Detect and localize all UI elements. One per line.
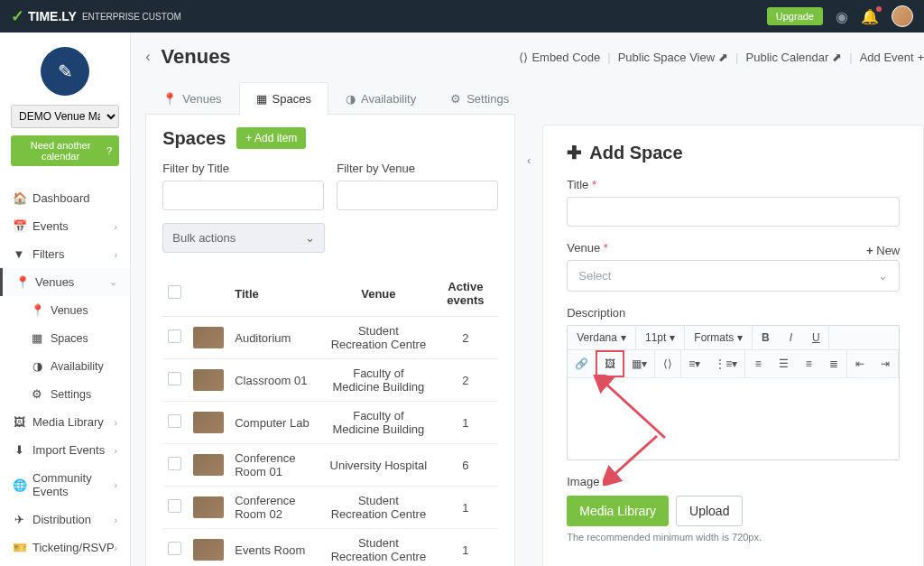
chevron-down-icon: ⌄	[109, 276, 117, 288]
code-icon: ⟨⟩	[519, 51, 528, 64]
bell-icon[interactable]: 🔔	[861, 8, 879, 25]
outdent-button[interactable]: ⇤	[847, 352, 873, 376]
col-active[interactable]: Active events	[432, 271, 498, 317]
brand-name: TIME.LY	[28, 9, 77, 23]
formats-select[interactable]: Formats ▾	[685, 326, 752, 349]
table-row[interactable]: Conference Room 01 University Hospital 6	[162, 444, 498, 487]
italic-button[interactable]: I	[778, 326, 803, 349]
brand-logo[interactable]: ✓ TIME.LY ENTERPRISE CUSTOM	[11, 6, 181, 26]
row-checkbox[interactable]	[168, 414, 181, 428]
table-row[interactable]: Conference Room 02 Student Recreation Ce…	[162, 487, 498, 529]
subnav-venues[interactable]: 📍Venues	[0, 296, 130, 324]
tab-venues[interactable]: 📍Venues	[145, 82, 238, 115]
table-row[interactable]: Computer Lab Faculty of Medicine Buildin…	[162, 402, 498, 444]
table-row[interactable]: Events Room Student Recreation Centre 1	[162, 529, 498, 567]
table-row[interactable]: Classroom 01 Faculty of Medicine Buildin…	[162, 359, 498, 402]
nav-dashboard[interactable]: 🏠Dashboard	[0, 184, 130, 212]
row-title: Classroom 01	[229, 359, 324, 402]
add-space-heading: ✚ Add Space	[567, 142, 900, 163]
check-icon: ✓	[11, 6, 24, 26]
nav-ticketing[interactable]: 🎫Ticketing/RSVP›	[0, 534, 130, 561]
table-button[interactable]: ▦▾	[624, 352, 654, 376]
nav-events[interactable]: 📅Events›	[0, 212, 130, 240]
font-select[interactable]: Verdana ▾	[568, 326, 635, 349]
filter-title-label: Filter by Title	[162, 162, 324, 175]
profile-badge[interactable]: ✎	[41, 47, 89, 96]
embed-code-link[interactable]: ⟨⟩ Embed Code	[519, 51, 600, 64]
main-content: ‹ Venues ⟨⟩ Embed Code | Public Space Vi…	[131, 32, 924, 566]
sidebar: ✎ DEMO Venue Management Need another cal…	[0, 32, 131, 566]
media-library-button[interactable]: Media Library	[567, 496, 669, 526]
add-item-button[interactable]: + Add item	[236, 127, 306, 149]
row-checkbox[interactable]	[168, 329, 181, 343]
new-venue-link[interactable]: + New	[866, 244, 900, 257]
nav-venues[interactable]: 📍Venues⌄	[0, 268, 130, 296]
public-space-link[interactable]: Public Space View ⬈	[618, 51, 728, 64]
align-right-button[interactable]: ≡	[796, 352, 821, 376]
code-button[interactable]: ⟨⟩	[655, 352, 680, 376]
size-select[interactable]: 11pt ▾	[636, 326, 684, 349]
nav-filters[interactable]: ▼Filters›	[0, 240, 130, 268]
title-label: Title *	[567, 178, 900, 191]
need-calendar-button[interactable]: Need another calendar ?	[11, 135, 119, 166]
col-title[interactable]: Title	[229, 271, 324, 317]
nav-reports[interactable]: ≣Reports›	[0, 561, 130, 566]
filter-title-input[interactable]	[162, 181, 324, 210]
col-venue[interactable]: Venue	[324, 271, 432, 317]
table-row[interactable]: Auditorium Student Recreation Centre 2	[162, 317, 498, 359]
bulk-actions-select[interactable]: Bulk actions⌄	[162, 223, 325, 253]
caret-icon: ▾	[737, 331, 743, 344]
bold-button[interactable]: B	[753, 326, 778, 349]
help-icon[interactable]: ◉	[836, 8, 848, 25]
chevron-right-icon: ›	[115, 515, 118, 525]
align-center-button[interactable]: ☰	[771, 352, 796, 376]
row-checkbox[interactable]	[168, 542, 181, 555]
align-justify-button[interactable]: ≣	[821, 352, 846, 376]
chevron-down-icon: ⌄	[878, 269, 888, 283]
tab-settings[interactable]: ⚙Settings	[433, 82, 526, 115]
tab-spaces[interactable]: ▦Spaces	[239, 82, 328, 115]
upgrade-button[interactable]: Upgrade	[767, 7, 823, 25]
select-all-checkbox[interactable]	[168, 285, 181, 299]
chevron-right-icon: ›	[115, 445, 118, 456]
subnav-spaces[interactable]: ▦Spaces	[0, 324, 130, 352]
underline-button[interactable]: U	[803, 326, 828, 349]
link-button[interactable]: 🔗	[568, 352, 596, 376]
subnav-availability[interactable]: ◑Availability	[0, 352, 130, 380]
ul-button[interactable]: ⋮≡▾	[707, 352, 744, 376]
availability-config-link[interactable]: Availability Configuration ›	[567, 557, 900, 566]
add-event-link[interactable]: Add Event +	[860, 51, 924, 64]
row-checkbox[interactable]	[168, 372, 181, 385]
public-calendar-link[interactable]: Public Calendar ⬈	[746, 51, 843, 64]
row-checkbox[interactable]	[168, 457, 181, 470]
collapse-handle[interactable]: ‹	[527, 153, 531, 167]
nav-import[interactable]: ⬇Import Events›	[0, 436, 130, 464]
insert-image-button[interactable]: 🖼	[596, 350, 624, 377]
home-icon: 🏠	[13, 191, 25, 205]
calendar-selector[interactable]: DEMO Venue Management	[11, 105, 119, 128]
annotation-arrow-icon	[593, 375, 674, 447]
svg-line-0	[604, 382, 665, 438]
ol-button[interactable]: ≡▾	[681, 352, 707, 376]
question-icon: ?	[106, 145, 112, 156]
tab-availability[interactable]: ◑Availability	[328, 82, 433, 115]
subnav-settings[interactable]: ⚙Settings	[0, 380, 130, 408]
plus-icon: ✚	[567, 142, 582, 163]
upload-button[interactable]: Upload	[676, 496, 743, 526]
venue-select[interactable]: Select⌄	[567, 260, 900, 292]
spaces-title: Spaces	[162, 128, 226, 149]
nav-community[interactable]: 🌐Community Events›	[0, 464, 130, 506]
align-left-button[interactable]: ≡	[745, 352, 771, 376]
back-chevron-icon[interactable]: ‹	[145, 49, 150, 65]
caret-icon: ▾	[621, 331, 626, 344]
nav-distribution[interactable]: ✈Distribution›	[0, 506, 130, 534]
filter-venue-input[interactable]	[337, 181, 498, 210]
indent-button[interactable]: ⇥	[873, 352, 898, 376]
nav-media[interactable]: 🖼Media Library›	[0, 408, 130, 436]
rich-text-editor: Verdana ▾ 11pt ▾ Formats ▾ B I U 🔗	[567, 325, 900, 460]
external-icon: ⬈	[832, 51, 842, 64]
editor-textarea[interactable]	[568, 378, 899, 459]
title-input[interactable]	[567, 197, 900, 227]
row-checkbox[interactable]	[168, 499, 181, 513]
avatar[interactable]	[892, 5, 913, 27]
